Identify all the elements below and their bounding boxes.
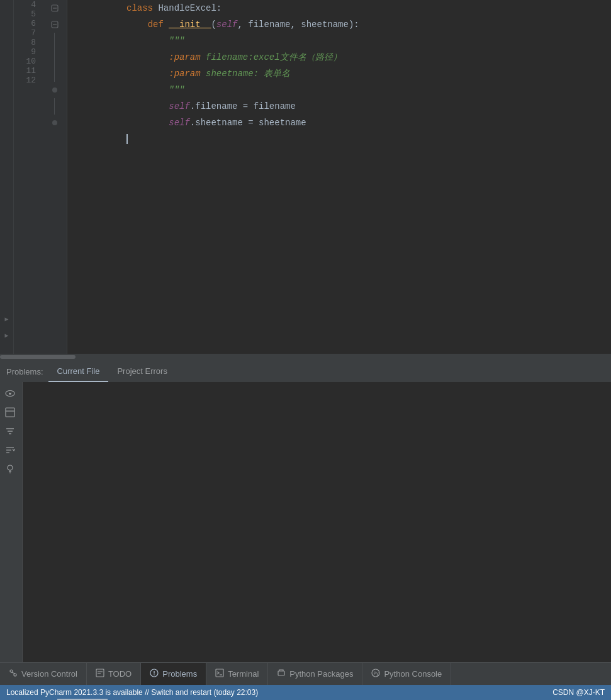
fold-class-icon[interactable] bbox=[50, 4, 59, 13]
editor-area: ▶ ▶ 4 5 6 7 8 9 10 11 12 bbox=[0, 0, 611, 360]
line-num-12: 12 bbox=[14, 76, 42, 85]
collapse-arrow-2[interactable]: ▶ bbox=[0, 327, 13, 344]
svg-line-21 bbox=[11, 672, 15, 674]
svg-text:Py: Py bbox=[374, 671, 379, 676]
svg-point-20 bbox=[14, 674, 16, 676]
todo-label: TODO bbox=[108, 669, 132, 679]
status-bar: Localized PyCharm 2021.3.3 is available … bbox=[0, 685, 611, 700]
line-num-9: 9 bbox=[14, 47, 42, 57]
fold-gutter bbox=[42, 0, 67, 354]
text-cursor bbox=[126, 134, 128, 144]
problems-content-area bbox=[0, 382, 611, 662]
line-num-7: 7 bbox=[14, 28, 42, 38]
line-num-8: 8 bbox=[14, 38, 42, 47]
python-console-icon: Py bbox=[371, 669, 380, 679]
svg-point-26 bbox=[154, 674, 155, 675]
problems-panel: Problems: Current File Project Errors bbox=[0, 360, 611, 662]
problems-tabs-header: Problems: Current File Project Errors bbox=[0, 361, 611, 382]
problems-icon bbox=[150, 669, 159, 679]
todo-icon bbox=[96, 669, 104, 679]
tab-version-control[interactable]: Version Control bbox=[0, 663, 87, 686]
status-watermark: CSDN @XJ-KT bbox=[552, 688, 605, 697]
python-packages-icon bbox=[277, 669, 286, 679]
svg-rect-7 bbox=[6, 408, 14, 417]
sort-icon[interactable] bbox=[3, 443, 18, 458]
svg-rect-30 bbox=[278, 671, 284, 675]
tab-project-errors[interactable]: Project Errors bbox=[108, 361, 176, 382]
tab-current-file[interactable]: Current File bbox=[48, 361, 109, 382]
svg-point-6 bbox=[9, 392, 11, 393]
bottom-tabs-bar: Version Control TODO Problems bbox=[0, 662, 611, 685]
eye-icon[interactable] bbox=[3, 386, 18, 401]
svg-rect-22 bbox=[96, 669, 104, 677]
code-container: ▶ ▶ 4 5 6 7 8 9 10 11 12 bbox=[0, 0, 611, 354]
line-num-4: 4 bbox=[14, 0, 42, 9]
problems-body bbox=[23, 382, 611, 662]
code-line-12 bbox=[74, 131, 611, 147]
code-editor[interactable]: class HandleExcel: def __init__(self, fi… bbox=[67, 0, 611, 354]
tab-python-console[interactable]: Py Python Console bbox=[362, 663, 451, 686]
panel-icon[interactable] bbox=[3, 405, 18, 420]
collapse-arrow-1[interactable]: ▶ bbox=[0, 311, 13, 327]
problems-label: Problems: bbox=[6, 367, 43, 376]
lightbulb-icon[interactable] bbox=[3, 461, 18, 477]
problems-tab-label: Problems bbox=[162, 669, 197, 679]
python-console-label: Python Console bbox=[384, 669, 442, 679]
version-control-icon bbox=[9, 669, 18, 679]
terminal-icon bbox=[215, 669, 224, 679]
scrollbar-thumb[interactable] bbox=[0, 355, 76, 359]
fold-def-icon[interactable] bbox=[50, 20, 59, 29]
svg-point-15 bbox=[8, 465, 13, 470]
tab-todo[interactable]: TODO bbox=[87, 663, 141, 686]
filter-icon[interactable] bbox=[3, 424, 18, 439]
tab-terminal[interactable]: Terminal bbox=[206, 663, 268, 686]
python-packages-label: Python Packages bbox=[289, 669, 353, 679]
problems-toolbar bbox=[0, 382, 23, 662]
tab-problems[interactable]: Problems bbox=[141, 663, 206, 686]
svg-point-19 bbox=[10, 670, 13, 672]
line-numbers-gutter: 4 5 6 7 8 9 10 11 12 bbox=[14, 0, 42, 354]
version-control-label: Version Control bbox=[21, 669, 77, 679]
line-num-6: 6 bbox=[14, 19, 42, 28]
line-num-5: 5 bbox=[14, 9, 42, 19]
tab-python-packages[interactable]: Python Packages bbox=[268, 663, 362, 686]
horizontal-scrollbar[interactable] bbox=[0, 354, 611, 360]
line-num-10: 10 bbox=[14, 57, 42, 66]
terminal-label: Terminal bbox=[228, 669, 259, 679]
line-num-11: 11 bbox=[14, 66, 42, 76]
status-message: Localized PyCharm 2021.3.3 is available … bbox=[6, 688, 258, 697]
left-margin: ▶ ▶ bbox=[0, 0, 14, 354]
